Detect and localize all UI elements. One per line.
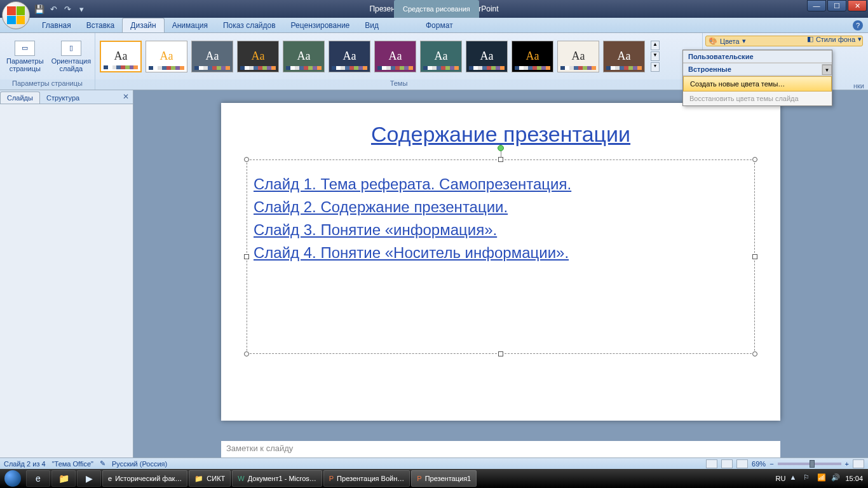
windows-logo-icon [4, 470, 21, 487]
tab-insert[interactable]: Вставка [79, 18, 123, 32]
tab-home[interactable]: Главная [34, 18, 79, 32]
gallery-down-icon[interactable]: ▼ [651, 51, 660, 61]
tray-network-icon[interactable]: 📶 [817, 473, 827, 484]
resize-handle[interactable] [752, 254, 757, 259]
tray-clock[interactable]: 15:04 [845, 475, 863, 482]
office-button[interactable] [2, 1, 30, 29]
scroll-down-icon[interactable]: ▼ [822, 65, 832, 75]
resize-handle[interactable] [244, 351, 249, 356]
theme-thumbnail[interactable]: Aa [420, 41, 462, 72]
taskbar-item[interactable]: 📁СИКТ [189, 470, 231, 487]
gallery-more-icon[interactable]: ▾ [651, 62, 660, 72]
tab-design[interactable]: Дизайн [122, 18, 164, 32]
tab-animation[interactable]: Анимация [165, 18, 215, 32]
panel-tab-slides[interactable]: Слайды [0, 92, 40, 104]
panel-tab-outline[interactable]: Структура [40, 92, 86, 104]
theme-thumbnail[interactable]: Aa [603, 41, 645, 72]
minimize-button[interactable]: — [807, 0, 826, 11]
qat-more-icon[interactable]: ▾ [76, 4, 86, 14]
tray-volume-icon[interactable]: 🔊 [831, 473, 841, 484]
quick-access-toolbar: 💾 ↶ ↷ ▾ [34, 4, 86, 14]
status-language[interactable]: Русский (Россия) [112, 460, 167, 468]
status-bar: Слайд 2 из 4 "Тема Office" ✎ Русский (Ро… [0, 458, 868, 469]
theme-thumbnail[interactable]: Aa [329, 41, 370, 72]
orientation-icon: ▯ [61, 41, 81, 56]
spellcheck-icon[interactable]: ✎ [100, 459, 105, 468]
windows-taskbar: e 📁 ▶ eИсторический фак… 📁СИКТ WДокумент… [0, 469, 868, 488]
contextual-tab-label: Средства рисования [394, 0, 479, 18]
maximize-button[interactable]: ☐ [827, 0, 846, 11]
page-params-icon: ▭ [15, 41, 35, 56]
fit-window-button[interactable] [853, 459, 864, 468]
slide-thumbnails[interactable] [0, 104, 133, 458]
resize-handle[interactable] [498, 157, 503, 162]
dropdown-scrollbar[interactable]: ▲ ▼ [822, 64, 832, 75]
tab-view[interactable]: Вид [357, 18, 386, 32]
start-button[interactable] [0, 469, 25, 488]
taskbar-pin-explorer[interactable]: 📁 [51, 470, 76, 487]
page-params-button[interactable]: ▭Параметры страницы [4, 39, 46, 74]
theme-thumbnail[interactable]: Aa [512, 41, 553, 72]
taskbar-item[interactable]: PПрезентация Войн… [323, 470, 410, 487]
slide-title[interactable]: Содержание презентации [247, 122, 755, 147]
tab-slideshow[interactable]: Показ слайдов [215, 18, 283, 32]
gallery-up-icon[interactable]: ▲ [651, 41, 660, 50]
view-sorter-button[interactable] [721, 459, 733, 468]
resize-handle[interactable] [498, 351, 503, 356]
taskbar-pin-ie[interactable]: e [26, 470, 50, 487]
ie-icon: e [108, 475, 112, 482]
taskbar-item[interactable]: PПрезентация1 [411, 470, 477, 487]
slide-content-line[interactable]: Слайд 1. Тема реферата. Самопрезентация. [254, 175, 748, 193]
zoom-level[interactable]: 69% [752, 460, 766, 468]
create-new-colors-button[interactable]: Создать новые цвета темы… [683, 76, 832, 92]
zoom-handle[interactable] [810, 460, 815, 468]
taskbar-pin-media[interactable]: ▶ [77, 470, 101, 487]
zoom-out-icon[interactable]: − [770, 460, 773, 468]
slide-orientation-button[interactable]: ▯Ориентация слайда [49, 39, 93, 74]
slide-editor-area[interactable]: Содержание презентации Слайд 1. Тема реф… [133, 90, 868, 458]
resize-handle[interactable] [752, 157, 757, 162]
theme-thumbnail[interactable]: Aa [237, 41, 279, 72]
dropdown-icon: ▾ [858, 35, 862, 43]
theme-thumbnail[interactable]: Aa [374, 41, 416, 72]
theme-thumbnail[interactable]: Aa [100, 41, 142, 72]
theme-thumbnail[interactable]: Aa [557, 41, 599, 72]
tab-review[interactable]: Рецензирование [283, 18, 358, 32]
resize-handle[interactable] [244, 157, 249, 162]
bg-styles-button[interactable]: ◧Стили фона▾ [804, 34, 864, 44]
taskbar-item[interactable]: eИсторический фак… [102, 470, 187, 487]
powerpoint-icon: P [329, 475, 334, 482]
slide-canvas[interactable]: Содержание презентации Слайд 1. Тема реф… [221, 103, 780, 421]
theme-thumbnail[interactable]: Aa [146, 41, 187, 72]
theme-thumbnail[interactable]: Aa [191, 41, 233, 72]
theme-thumbnail[interactable]: Aa [466, 41, 508, 72]
resize-handle[interactable] [244, 254, 249, 259]
slide-content-line[interactable]: Слайд 2. Содержание презентации. [254, 198, 748, 216]
panel-close-icon[interactable]: ✕ [123, 92, 129, 101]
content-textbox[interactable]: Слайд 1. Тема реферата. Самопрезентация.… [247, 159, 755, 354]
zoom-slider[interactable] [778, 463, 841, 465]
view-slideshow-button[interactable] [736, 459, 748, 468]
resize-handle[interactable] [752, 351, 757, 356]
themes-gallery[interactable]: AaAaAaAaAaAaAaAaAaAaAaAa▲▼▾ [95, 33, 702, 79]
zoom-in-icon[interactable]: + [845, 460, 849, 468]
bg-styles-icon: ◧ [807, 35, 813, 43]
taskbar-item[interactable]: WДокумент1 - Micros… [232, 470, 322, 487]
reset-colors-button[interactable]: Восстановить цвета темы слайда [683, 92, 832, 105]
slide-content-line[interactable]: Слайд 3. Понятие «информация». [254, 221, 748, 239]
view-normal-button[interactable] [706, 459, 717, 468]
save-icon[interactable]: 💾 [34, 4, 44, 14]
rotate-handle[interactable] [498, 145, 504, 151]
theme-thumbnail[interactable]: Aa [283, 41, 325, 72]
slide-content-line[interactable]: Слайд 4. Понятие «Носитель информации». [254, 244, 748, 262]
tray-flag-icon[interactable]: ▲ [789, 473, 799, 484]
close-button[interactable]: ✕ [848, 0, 867, 11]
tray-action-icon[interactable]: ⚐ [803, 473, 813, 484]
redo-icon[interactable]: ↷ [62, 4, 72, 14]
tray-lang[interactable]: RU [776, 475, 786, 482]
help-icon[interactable]: ? [853, 20, 863, 30]
notes-area[interactable]: Заметки к слайду [221, 438, 780, 458]
window-controls: — ☐ ✕ [806, 0, 867, 11]
undo-icon[interactable]: ↶ [48, 4, 58, 14]
tab-format[interactable]: Формат [418, 18, 461, 32]
